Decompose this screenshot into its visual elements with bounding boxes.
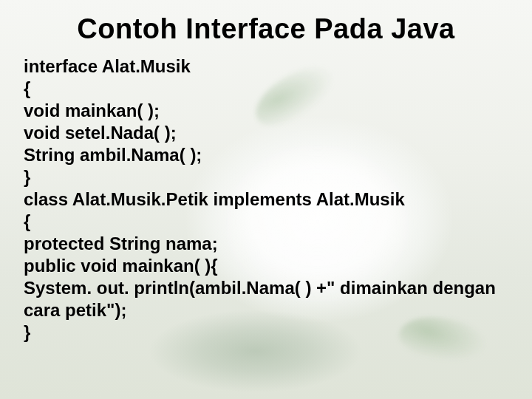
code-line: } <box>24 321 508 344</box>
code-line: void mainkan( ); <box>24 100 508 122</box>
code-line: } <box>24 166 508 188</box>
slide: Contoh Interface Pada Java interface Ala… <box>0 0 532 399</box>
slide-title: Contoh Interface Pada Java <box>24 13 508 45</box>
code-line: void setel.Nada( ); <box>24 122 508 144</box>
code-line: class Alat.Musik.Petik implements Alat.M… <box>24 188 508 211</box>
code-line: public void mainkan( ){ <box>24 255 508 277</box>
code-line: { <box>24 78 508 100</box>
code-line: System. out. println(ambil.Nama( ) +" di… <box>24 277 508 321</box>
code-block: interface Alat.Musik{void mainkan( );voi… <box>24 55 508 344</box>
code-line: String ambil.Nama( ); <box>24 144 508 166</box>
code-line: interface Alat.Musik <box>24 55 508 78</box>
code-line: { <box>24 211 508 233</box>
code-line: protected String nama; <box>24 233 508 255</box>
